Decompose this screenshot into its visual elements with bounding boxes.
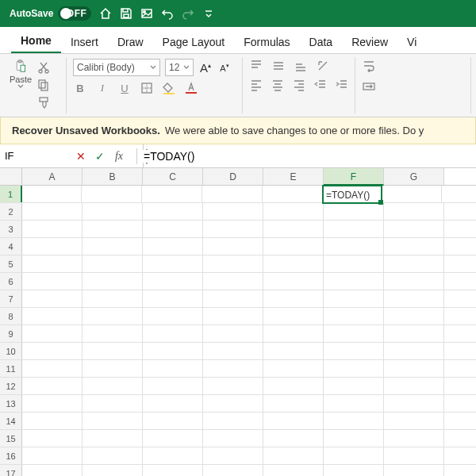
cell-E6[interactable] xyxy=(263,273,324,290)
cell-E14[interactable] xyxy=(263,413,324,429)
cell-D16[interactable] xyxy=(203,447,263,464)
cell-B12[interactable] xyxy=(83,378,143,394)
cell-A7[interactable] xyxy=(22,290,83,307)
cell-F11[interactable] xyxy=(324,360,384,377)
cell-G6[interactable] xyxy=(384,273,444,290)
cell-C17[interactable] xyxy=(143,465,203,476)
cell-B16[interactable] xyxy=(83,447,143,464)
row-header-2[interactable]: 2 xyxy=(0,203,22,220)
undo-icon[interactable] xyxy=(161,7,174,20)
cell-E17[interactable] xyxy=(263,465,324,476)
row-header-15[interactable]: 15 xyxy=(0,430,22,447)
copy-icon[interactable] xyxy=(36,78,51,92)
cell-C1[interactable] xyxy=(142,186,202,202)
cell-D2[interactable] xyxy=(203,203,263,220)
cell-B15[interactable] xyxy=(83,430,143,447)
cell-B2[interactable] xyxy=(83,203,143,220)
row-header-17[interactable]: 17 xyxy=(0,465,22,476)
row-header-12[interactable]: 12 xyxy=(0,378,22,394)
column-header-F[interactable]: F xyxy=(324,168,384,186)
cell-C14[interactable] xyxy=(143,413,203,429)
cell-D4[interactable] xyxy=(203,238,263,255)
cell-E9[interactable] xyxy=(263,325,324,342)
cell-F3[interactable] xyxy=(324,221,384,237)
font-color-icon[interactable] xyxy=(184,81,198,95)
cell-G12[interactable] xyxy=(384,378,444,394)
row-header-10[interactable]: 10 xyxy=(0,343,22,359)
italic-button[interactable]: I xyxy=(95,82,109,94)
cell-B11[interactable] xyxy=(83,360,143,377)
cell-F10[interactable] xyxy=(324,343,384,359)
cell-B8[interactable] xyxy=(83,308,143,324)
cell-A2[interactable] xyxy=(22,203,83,220)
align-top-icon[interactable] xyxy=(249,59,263,73)
cell-F13[interactable] xyxy=(324,395,384,412)
row-header-11[interactable]: 11 xyxy=(0,360,22,377)
cell-A17[interactable] xyxy=(22,465,83,476)
cell-C2[interactable] xyxy=(143,203,203,220)
cell-A8[interactable] xyxy=(22,308,83,324)
cell-E3[interactable] xyxy=(263,221,324,237)
cell-F9[interactable] xyxy=(324,325,384,342)
cell-B17[interactable] xyxy=(83,465,143,476)
borders-icon[interactable] xyxy=(140,81,154,95)
redo-icon[interactable] xyxy=(182,7,194,20)
autosave-toggle[interactable]: OFF xyxy=(58,6,91,21)
confirm-button[interactable]: ✓ xyxy=(92,148,108,164)
cell-A13[interactable] xyxy=(22,395,83,412)
cell-A11[interactable] xyxy=(22,360,83,377)
cell-B3[interactable] xyxy=(83,221,143,237)
cell-C6[interactable] xyxy=(143,273,203,290)
tab-data[interactable]: Data xyxy=(300,29,343,53)
decrease-font-icon[interactable]: A▾ xyxy=(217,63,232,73)
cell-C9[interactable] xyxy=(143,325,203,342)
cell-D7[interactable] xyxy=(203,290,263,307)
home-icon[interactable] xyxy=(99,7,112,20)
autosave-control[interactable]: AutoSave OFF xyxy=(10,6,91,21)
cell-A15[interactable] xyxy=(22,430,83,447)
font-name-dropdown[interactable]: Calibri (Body) xyxy=(73,59,160,76)
align-right-icon[interactable] xyxy=(292,78,305,92)
cell-C11[interactable] xyxy=(143,360,203,377)
bold-button[interactable]: B xyxy=(73,83,87,94)
cell-G5[interactable] xyxy=(384,255,444,272)
cell-A12[interactable] xyxy=(22,378,83,394)
insert-icon[interactable] xyxy=(140,7,153,20)
row-header-4[interactable]: 4 xyxy=(0,238,22,255)
cell-A6[interactable] xyxy=(22,273,83,290)
tab-view[interactable]: Vi xyxy=(397,29,426,53)
tab-page-layout[interactable]: Page Layout xyxy=(153,29,235,53)
cell-F8[interactable] xyxy=(324,308,384,324)
tab-formulas[interactable]: Formulas xyxy=(234,29,299,53)
cell-E7[interactable] xyxy=(263,290,324,307)
cell-G11[interactable] xyxy=(384,360,444,377)
cell-G10[interactable] xyxy=(384,343,444,359)
row-header-5[interactable]: 5 xyxy=(0,255,22,272)
row-header-6[interactable]: 6 xyxy=(0,273,22,290)
increase-font-icon[interactable]: A▴ xyxy=(198,61,213,75)
row-header-13[interactable]: 13 xyxy=(0,395,22,412)
cell-A4[interactable] xyxy=(22,238,83,255)
cell-D1[interactable] xyxy=(202,186,263,202)
cell-F2[interactable] xyxy=(324,203,384,220)
cell-F17[interactable] xyxy=(324,465,384,476)
cell-G14[interactable] xyxy=(384,413,444,429)
cell-D17[interactable] xyxy=(203,465,263,476)
cell-E1[interactable] xyxy=(263,186,323,202)
tab-draw[interactable]: Draw xyxy=(108,29,153,53)
cancel-button[interactable]: ✕ xyxy=(73,148,89,164)
tab-home[interactable]: Home xyxy=(11,28,61,53)
orientation-icon[interactable] xyxy=(316,59,330,73)
cell-A5[interactable] xyxy=(22,255,83,272)
cell-B5[interactable] xyxy=(83,255,143,272)
cell-F6[interactable] xyxy=(324,273,384,290)
cell-E4[interactable] xyxy=(263,238,324,255)
cell-E12[interactable] xyxy=(263,378,324,394)
cell-G8[interactable] xyxy=(384,308,444,324)
cell-G4[interactable] xyxy=(384,238,444,255)
cell-F5[interactable] xyxy=(324,255,384,272)
underline-button[interactable]: U xyxy=(117,83,132,94)
cell-D5[interactable] xyxy=(203,255,263,272)
merge-cells-icon[interactable] xyxy=(362,79,376,94)
cell-D12[interactable] xyxy=(203,378,263,394)
